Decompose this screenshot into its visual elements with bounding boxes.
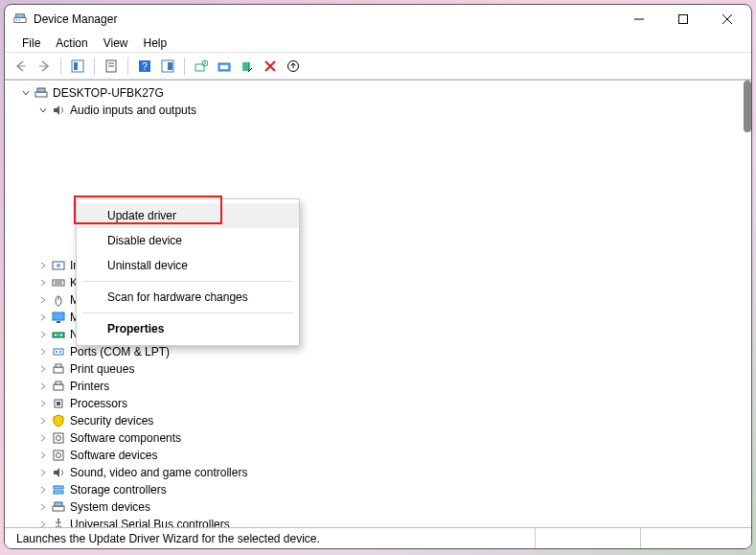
status-text: Launches the Update Driver Wizard for th… xyxy=(11,528,535,548)
svg-rect-43 xyxy=(56,382,61,384)
vertical-scrollbar[interactable] xyxy=(744,81,751,132)
svg-rect-40 xyxy=(54,367,63,373)
toolbar: ? xyxy=(5,53,751,80)
menu-view[interactable]: View xyxy=(96,35,136,52)
tree-root[interactable]: DESKTOP-UFBK27G xyxy=(11,84,745,102)
tree-label: Software components xyxy=(70,429,181,447)
scan-hardware-button[interactable] xyxy=(191,56,212,77)
back-button[interactable] xyxy=(11,56,32,77)
status-cell xyxy=(640,528,745,548)
menu-separator xyxy=(82,281,293,282)
tree-item[interactable]: Printers xyxy=(11,378,745,395)
properties-button[interactable] xyxy=(101,56,122,77)
tree-item[interactable]: System devices xyxy=(11,498,745,516)
svg-rect-27 xyxy=(53,280,64,286)
tree-item[interactable]: Universal Serial Bus controllers xyxy=(11,516,745,527)
svg-rect-9 xyxy=(74,62,78,70)
menu-separator xyxy=(82,312,293,313)
svg-rect-33 xyxy=(57,321,60,323)
chevron-right-icon xyxy=(37,519,49,527)
menu-update-driver[interactable]: Update driver xyxy=(77,203,299,228)
show-hide-tree-button[interactable] xyxy=(67,56,88,77)
device-category-icon xyxy=(51,465,66,480)
device-category-icon xyxy=(51,310,66,325)
svg-rect-50 xyxy=(54,486,63,489)
tree-label: Print queues xyxy=(70,360,134,378)
device-manager-window: Device Manager File Action View Help ? xyxy=(4,4,752,549)
svg-rect-0 xyxy=(14,17,26,22)
svg-rect-1 xyxy=(16,14,25,18)
chevron-right-icon xyxy=(37,294,49,306)
svg-rect-51 xyxy=(54,491,63,494)
menu-file[interactable]: File xyxy=(14,35,48,52)
close-button[interactable] xyxy=(705,5,749,34)
forward-button[interactable] xyxy=(34,56,55,77)
device-category-icon xyxy=(51,448,66,463)
svg-rect-52 xyxy=(53,506,64,511)
svg-point-36 xyxy=(60,335,62,336)
tree-label: System devices xyxy=(70,498,150,516)
status-bar: Launches the Update Driver Wizard for th… xyxy=(5,527,751,548)
device-category-icon xyxy=(51,344,66,359)
add-legacy-button[interactable] xyxy=(283,56,304,77)
menu-action[interactable]: Action xyxy=(48,35,95,52)
svg-rect-45 xyxy=(57,402,60,405)
menu-label: Update driver xyxy=(107,209,176,222)
menu-label: Uninstall device xyxy=(107,259,188,272)
menu-disable-device[interactable]: Disable device xyxy=(77,228,299,253)
titlebar: Device Manager xyxy=(5,5,751,34)
disable-device-button[interactable] xyxy=(237,56,258,77)
device-category-icon xyxy=(51,396,66,411)
audio-icon xyxy=(51,103,66,118)
device-category-icon xyxy=(51,258,66,273)
device-category-icon xyxy=(51,379,66,394)
tree-item[interactable]: Software devices xyxy=(11,447,745,464)
menu-uninstall-device[interactable]: Uninstall device xyxy=(77,253,299,278)
minimize-button[interactable] xyxy=(617,5,661,34)
tree-item[interactable]: Processors xyxy=(11,395,745,412)
svg-rect-41 xyxy=(56,364,61,367)
svg-rect-34 xyxy=(53,333,64,337)
toolbar-separator xyxy=(60,58,61,75)
tree-item-expanded[interactable]: Audio inputs and outputs xyxy=(11,102,745,119)
tree-label: Security devices xyxy=(70,412,153,429)
maximize-button[interactable] xyxy=(661,5,705,34)
menu-help[interactable]: Help xyxy=(136,35,175,52)
device-category-icon xyxy=(51,361,66,377)
app-icon xyxy=(12,12,28,27)
tree-item[interactable]: Software components xyxy=(11,429,745,447)
svg-rect-53 xyxy=(55,502,62,506)
chevron-right-icon xyxy=(37,450,49,461)
menu-scan-hardware[interactable]: Scan for hardware changes xyxy=(77,285,299,310)
chevron-right-icon xyxy=(37,346,49,358)
tree-item[interactable]: Security devices xyxy=(11,412,745,429)
svg-point-2 xyxy=(16,19,17,20)
toolbar-separator xyxy=(127,58,128,75)
tree-label: Audio inputs and outputs xyxy=(70,102,196,119)
chevron-down-icon xyxy=(37,104,49,116)
svg-rect-48 xyxy=(54,451,63,460)
uninstall-button[interactable] xyxy=(260,56,281,77)
help-button[interactable]: ? xyxy=(134,56,155,77)
device-category-icon xyxy=(51,482,66,497)
device-category-icon xyxy=(51,517,66,527)
menu-label: Disable device xyxy=(107,234,182,247)
svg-point-26 xyxy=(57,264,60,267)
context-menu: Update driver Disable device Uninstall d… xyxy=(76,198,300,346)
menu-properties[interactable]: Properties xyxy=(77,316,299,341)
chevron-right-icon xyxy=(37,381,49,392)
tree-item[interactable]: Sound, video and game controllers xyxy=(11,464,745,481)
tree-item[interactable]: Storage controllers xyxy=(11,481,745,498)
computer-icon xyxy=(34,85,49,101)
action-pane-button[interactable] xyxy=(157,56,178,77)
update-driver-button[interactable] xyxy=(214,56,235,77)
device-category-icon xyxy=(51,413,66,428)
tree-item[interactable]: Print queues xyxy=(11,360,745,378)
menu-label: Properties xyxy=(107,322,164,335)
svg-rect-21 xyxy=(242,62,249,71)
svg-point-35 xyxy=(55,335,57,336)
chevron-right-icon xyxy=(37,398,49,409)
svg-rect-32 xyxy=(53,312,64,320)
toolbar-separator xyxy=(94,58,95,75)
tree-label: Processors xyxy=(70,395,127,412)
